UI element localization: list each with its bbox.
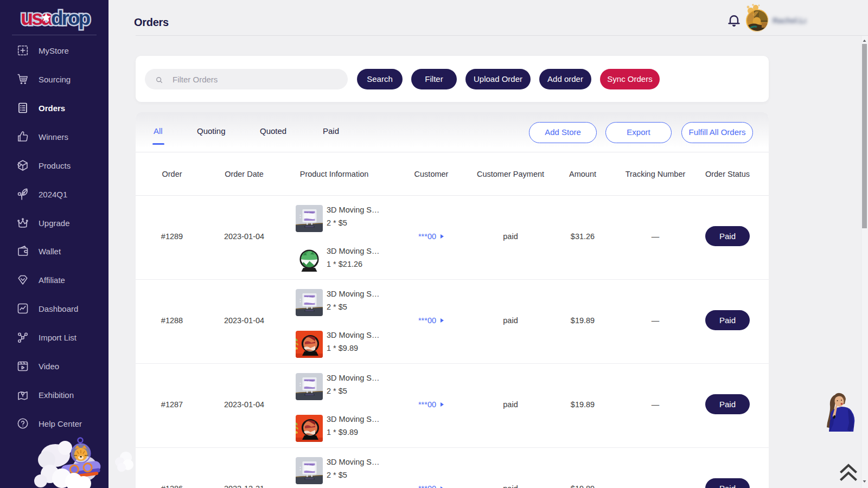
svg-text:drop: drop (51, 7, 91, 29)
